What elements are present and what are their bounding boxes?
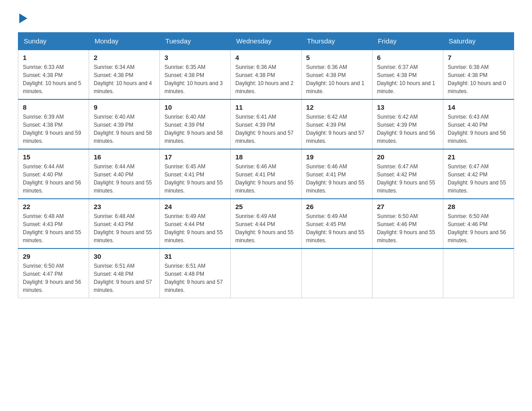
calendar-cell: 4 Sunrise: 6:36 AM Sunset: 4:38 PM Dayli… — [231, 50, 301, 99]
day-info: Sunrise: 6:47 AM Sunset: 4:42 PM Dayligh… — [448, 163, 509, 195]
logo — [18, 13, 27, 23]
calendar-cell: 23 Sunrise: 6:48 AM Sunset: 4:43 PM Dayl… — [89, 199, 160, 248]
day-info: Sunrise: 6:50 AM Sunset: 4:46 PM Dayligh… — [377, 212, 438, 244]
day-number: 21 — [448, 153, 509, 161]
calendar-cell — [443, 248, 514, 298]
day-info: Sunrise: 6:50 AM Sunset: 4:47 PM Dayligh… — [23, 262, 84, 294]
day-number: 16 — [94, 153, 155, 161]
calendar-cell: 3 Sunrise: 6:35 AM Sunset: 4:38 PM Dayli… — [160, 50, 231, 99]
day-number: 18 — [235, 153, 296, 161]
week-row-1: 1 Sunrise: 6:33 AM Sunset: 4:38 PM Dayli… — [18, 50, 514, 99]
day-info: Sunrise: 6:49 AM Sunset: 4:44 PM Dayligh… — [164, 212, 226, 244]
calendar-cell — [372, 248, 443, 298]
day-info: Sunrise: 6:39 AM Sunset: 4:38 PM Dayligh… — [23, 113, 84, 145]
calendar-cell: 8 Sunrise: 6:39 AM Sunset: 4:38 PM Dayli… — [18, 99, 89, 149]
day-number: 24 — [164, 203, 226, 210]
calendar-cell: 1 Sunrise: 6:33 AM Sunset: 4:38 PM Dayli… — [18, 50, 89, 99]
day-header-tuesday: Tuesday — [160, 33, 231, 50]
calendar-cell: 6 Sunrise: 6:37 AM Sunset: 4:38 PM Dayli… — [372, 50, 443, 99]
day-info: Sunrise: 6:47 AM Sunset: 4:42 PM Dayligh… — [377, 163, 438, 195]
page-header — [18, 13, 514, 23]
day-header-monday: Monday — [89, 33, 160, 50]
day-number: 17 — [164, 153, 226, 161]
day-number: 6 — [377, 54, 438, 61]
calendar-cell: 31 Sunrise: 6:51 AM Sunset: 4:48 PM Dayl… — [160, 248, 231, 298]
day-header-saturday: Saturday — [443, 33, 514, 50]
day-info: Sunrise: 6:49 AM Sunset: 4:45 PM Dayligh… — [306, 212, 368, 244]
svg-marker-0 — [19, 13, 27, 23]
calendar-cell: 14 Sunrise: 6:43 AM Sunset: 4:40 PM Dayl… — [443, 99, 514, 149]
calendar-cell: 12 Sunrise: 6:42 AM Sunset: 4:39 PM Dayl… — [301, 99, 372, 149]
calendar-cell: 13 Sunrise: 6:42 AM Sunset: 4:39 PM Dayl… — [372, 99, 443, 149]
day-number: 2 — [94, 54, 155, 61]
calendar-cell: 2 Sunrise: 6:34 AM Sunset: 4:38 PM Dayli… — [89, 50, 160, 99]
week-row-3: 15 Sunrise: 6:44 AM Sunset: 4:40 PM Dayl… — [18, 149, 514, 199]
day-number: 11 — [235, 103, 296, 111]
day-number: 9 — [94, 103, 155, 111]
calendar-cell: 25 Sunrise: 6:49 AM Sunset: 4:44 PM Dayl… — [231, 199, 301, 248]
calendar-cell: 19 Sunrise: 6:46 AM Sunset: 4:41 PM Dayl… — [301, 149, 372, 199]
calendar-cell: 21 Sunrise: 6:47 AM Sunset: 4:42 PM Dayl… — [443, 149, 514, 199]
day-number: 30 — [94, 253, 155, 260]
calendar-cell: 20 Sunrise: 6:47 AM Sunset: 4:42 PM Dayl… — [372, 149, 443, 199]
calendar-cell — [231, 248, 301, 298]
day-info: Sunrise: 6:40 AM Sunset: 4:39 PM Dayligh… — [164, 113, 226, 145]
day-info: Sunrise: 6:44 AM Sunset: 4:40 PM Dayligh… — [23, 163, 84, 195]
day-number: 31 — [164, 253, 226, 260]
day-number: 28 — [448, 203, 509, 210]
day-info: Sunrise: 6:34 AM Sunset: 4:38 PM Dayligh… — [94, 63, 155, 95]
day-header-sunday: Sunday — [18, 33, 89, 50]
day-info: Sunrise: 6:42 AM Sunset: 4:39 PM Dayligh… — [306, 113, 368, 145]
week-row-2: 8 Sunrise: 6:39 AM Sunset: 4:38 PM Dayli… — [18, 99, 514, 149]
day-number: 14 — [448, 103, 509, 111]
day-info: Sunrise: 6:41 AM Sunset: 4:39 PM Dayligh… — [235, 113, 296, 145]
day-header-wednesday: Wednesday — [231, 33, 301, 50]
day-number: 22 — [23, 203, 84, 210]
calendar-cell: 27 Sunrise: 6:50 AM Sunset: 4:46 PM Dayl… — [372, 199, 443, 248]
day-info: Sunrise: 6:50 AM Sunset: 4:46 PM Dayligh… — [448, 212, 509, 244]
day-info: Sunrise: 6:40 AM Sunset: 4:39 PM Dayligh… — [94, 113, 155, 145]
calendar-cell: 24 Sunrise: 6:49 AM Sunset: 4:44 PM Dayl… — [160, 199, 231, 248]
day-info: Sunrise: 6:45 AM Sunset: 4:41 PM Dayligh… — [164, 163, 226, 195]
day-number: 8 — [23, 103, 84, 111]
calendar-cell: 17 Sunrise: 6:45 AM Sunset: 4:41 PM Dayl… — [160, 149, 231, 199]
calendar-cell: 16 Sunrise: 6:44 AM Sunset: 4:40 PM Dayl… — [89, 149, 160, 199]
week-row-5: 29 Sunrise: 6:50 AM Sunset: 4:47 PM Dayl… — [18, 248, 514, 298]
day-info: Sunrise: 6:48 AM Sunset: 4:43 PM Dayligh… — [94, 212, 155, 244]
day-info: Sunrise: 6:35 AM Sunset: 4:38 PM Dayligh… — [164, 63, 226, 95]
calendar-cell: 22 Sunrise: 6:48 AM Sunset: 4:43 PM Dayl… — [18, 199, 89, 248]
calendar-cell: 9 Sunrise: 6:40 AM Sunset: 4:39 PM Dayli… — [89, 99, 160, 149]
day-info: Sunrise: 6:37 AM Sunset: 4:38 PM Dayligh… — [377, 63, 438, 95]
day-number: 1 — [23, 54, 84, 61]
calendar-cell: 5 Sunrise: 6:36 AM Sunset: 4:38 PM Dayli… — [301, 50, 372, 99]
day-header-thursday: Thursday — [301, 33, 372, 50]
calendar-cell: 15 Sunrise: 6:44 AM Sunset: 4:40 PM Dayl… — [18, 149, 89, 199]
day-number: 25 — [235, 203, 296, 210]
day-header-friday: Friday — [372, 33, 443, 50]
day-number: 15 — [23, 153, 84, 161]
day-info: Sunrise: 6:51 AM Sunset: 4:48 PM Dayligh… — [164, 262, 226, 294]
calendar-cell: 7 Sunrise: 6:38 AM Sunset: 4:38 PM Dayli… — [443, 50, 514, 99]
calendar-cell: 29 Sunrise: 6:50 AM Sunset: 4:47 PM Dayl… — [18, 248, 89, 298]
week-row-4: 22 Sunrise: 6:48 AM Sunset: 4:43 PM Dayl… — [18, 199, 514, 248]
calendar-cell: 18 Sunrise: 6:46 AM Sunset: 4:41 PM Dayl… — [231, 149, 301, 199]
day-info: Sunrise: 6:36 AM Sunset: 4:38 PM Dayligh… — [235, 63, 296, 95]
day-info: Sunrise: 6:49 AM Sunset: 4:44 PM Dayligh… — [235, 212, 296, 244]
day-number: 5 — [306, 54, 368, 61]
day-number: 19 — [306, 153, 368, 161]
days-header-row: SundayMondayTuesdayWednesdayThursdayFrid… — [18, 33, 514, 50]
day-number: 4 — [235, 54, 296, 61]
day-info: Sunrise: 6:44 AM Sunset: 4:40 PM Dayligh… — [94, 163, 155, 195]
day-info: Sunrise: 6:46 AM Sunset: 4:41 PM Dayligh… — [306, 163, 368, 195]
day-number: 13 — [377, 103, 438, 111]
day-info: Sunrise: 6:48 AM Sunset: 4:43 PM Dayligh… — [23, 212, 84, 244]
day-info: Sunrise: 6:38 AM Sunset: 4:38 PM Dayligh… — [448, 63, 509, 95]
day-number: 7 — [448, 54, 509, 61]
day-info: Sunrise: 6:36 AM Sunset: 4:38 PM Dayligh… — [306, 63, 368, 95]
calendar-cell: 10 Sunrise: 6:40 AM Sunset: 4:39 PM Dayl… — [160, 99, 231, 149]
day-info: Sunrise: 6:43 AM Sunset: 4:40 PM Dayligh… — [448, 113, 509, 145]
calendar-cell: 30 Sunrise: 6:51 AM Sunset: 4:48 PM Dayl… — [89, 248, 160, 298]
day-number: 23 — [94, 203, 155, 210]
day-number: 20 — [377, 153, 438, 161]
calendar-cell: 26 Sunrise: 6:49 AM Sunset: 4:45 PM Dayl… — [301, 199, 372, 248]
